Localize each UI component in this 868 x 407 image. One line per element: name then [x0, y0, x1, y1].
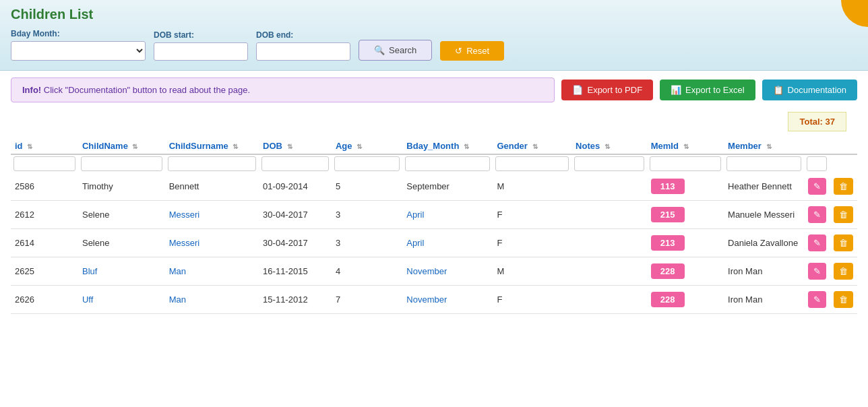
- cell-gender: M: [493, 173, 571, 201]
- cell-member: Iron Man: [724, 286, 804, 314]
- info-bar: Info! Click "Documentation" button to re…: [11, 77, 555, 102]
- filter-cell-surname: [165, 154, 259, 173]
- delete-button[interactable]: 🗑: [834, 291, 853, 308]
- children-table: id ⇅ ChildName ⇅ ChildSurname ⇅ DOB ⇅ Ag…: [11, 135, 857, 314]
- edit-button[interactable]: ✎: [808, 263, 826, 280]
- sort-icon-dob: ⇅: [287, 143, 292, 150]
- col-bday-month[interactable]: Bday_Month ⇅: [402, 135, 493, 154]
- cell-bday-month[interactable]: April: [402, 201, 493, 229]
- table-row: 2625 Bluf Man 16-11-2015 4 November M 22…: [11, 257, 857, 286]
- bday-month-select[interactable]: January February March April May June Ju…: [11, 41, 146, 61]
- cell-dob: 01-09-2014: [259, 173, 332, 201]
- sort-icon-member: ⇅: [766, 143, 772, 150]
- cell-mem-id: 113: [647, 173, 724, 201]
- col-member[interactable]: Member ⇅: [724, 135, 804, 154]
- filter-input-notes[interactable]: [574, 156, 644, 171]
- filter-input-age[interactable]: [334, 156, 400, 171]
- cell-child-surname[interactable]: Man: [165, 257, 259, 286]
- filter-cell-dob: [259, 154, 332, 173]
- cell-notes: [571, 201, 647, 229]
- column-filter-row: [11, 154, 857, 173]
- total-box: Total: 37: [788, 112, 846, 131]
- filter-input-mem-id[interactable]: [650, 156, 721, 171]
- delete-button[interactable]: 🗑: [834, 234, 853, 251]
- reset-icon: ↺: [455, 46, 462, 56]
- filter-input-actions[interactable]: [807, 156, 827, 171]
- cell-dob: 30-04-2017: [259, 229, 332, 257]
- cell-mem-id: 228: [647, 257, 724, 286]
- sort-icon-memid: ⇅: [683, 143, 689, 150]
- cell-child-name[interactable]: Bluf: [78, 257, 165, 286]
- bday-month-label: Bday Month:: [11, 29, 146, 38]
- cell-gender: M: [493, 257, 571, 286]
- cell-child-name[interactable]: Uff: [78, 286, 165, 314]
- col-child-surname[interactable]: ChildSurname ⇅: [165, 135, 259, 154]
- search-icon: 🔍: [374, 45, 385, 55]
- sort-icon-gender: ⇅: [532, 143, 538, 150]
- cell-id: 2625: [11, 257, 78, 286]
- cell-bday-month[interactable]: November: [402, 257, 493, 286]
- reset-button[interactable]: ↺ Reset: [440, 41, 504, 61]
- filter-cell-notes: [571, 154, 647, 173]
- sort-icon-childsurname: ⇅: [232, 143, 238, 150]
- dob-start-label: DOB start:: [154, 30, 248, 40]
- export-excel-button[interactable]: 📊 Export to Excel: [660, 80, 755, 100]
- filter-input-dob[interactable]: [261, 156, 329, 171]
- table-body: 2586 Timothy Bennett 01-09-2014 5 Septem…: [11, 173, 857, 314]
- col-age[interactable]: Age ⇅: [332, 135, 402, 154]
- cell-gender: F: [493, 229, 571, 257]
- table-wrapper: id ⇅ ChildName ⇅ ChildSurname ⇅ DOB ⇅ Ag…: [0, 135, 868, 325]
- filter-cell-member: [724, 154, 804, 173]
- export-pdf-label: Export to PDF: [587, 85, 642, 95]
- col-gender[interactable]: Gender ⇅: [493, 135, 571, 154]
- cell-child-surname[interactable]: Messeri: [165, 229, 259, 257]
- cell-dob: 16-11-2015: [259, 257, 332, 286]
- export-pdf-button[interactable]: 📄 Export to PDF: [561, 80, 653, 100]
- edit-button[interactable]: ✎: [808, 291, 826, 308]
- col-id[interactable]: id ⇅: [11, 135, 78, 154]
- dob-end-input[interactable]: [256, 42, 350, 61]
- filter-input-bday-month[interactable]: [405, 156, 490, 171]
- filter-input-gender[interactable]: [495, 156, 569, 171]
- pdf-icon: 📄: [572, 85, 583, 95]
- filter-input-surname[interactable]: [168, 156, 256, 171]
- filter-input-member[interactable]: [726, 156, 801, 171]
- memid-badge: 228: [651, 263, 685, 279]
- cell-gender: F: [493, 286, 571, 314]
- cell-age: 3: [332, 229, 402, 257]
- edit-button[interactable]: ✎: [808, 234, 826, 251]
- table-row: 2614 Selene Messeri 30-04-2017 3 April F…: [11, 229, 857, 257]
- edit-button[interactable]: ✎: [808, 206, 826, 223]
- search-button[interactable]: 🔍 Search: [359, 40, 432, 61]
- col-notes[interactable]: Notes ⇅: [571, 135, 647, 154]
- cell-bday-month[interactable]: April: [402, 229, 493, 257]
- delete-button[interactable]: 🗑: [834, 263, 853, 280]
- delete-button[interactable]: 🗑: [834, 178, 853, 195]
- cell-notes: [571, 257, 647, 286]
- memid-badge: 215: [651, 207, 685, 222]
- cell-age: 5: [332, 173, 402, 201]
- cell-bday-month[interactable]: November: [402, 286, 493, 314]
- delete-button[interactable]: 🗑: [834, 206, 853, 223]
- actions-row: Info! Click "Documentation" button to re…: [0, 71, 868, 105]
- cell-member: Manuele Messeri: [724, 201, 804, 229]
- cell-child-surname[interactable]: Messeri: [165, 201, 259, 229]
- col-mem-id[interactable]: MemId ⇅: [647, 135, 724, 154]
- col-child-name[interactable]: ChildName ⇅: [78, 135, 165, 154]
- cell-child-surname[interactable]: Man: [165, 286, 259, 314]
- edit-button[interactable]: ✎: [808, 178, 826, 195]
- info-prefix: Info!: [22, 85, 41, 95]
- cell-age: 3: [332, 201, 402, 229]
- filter-input-name[interactable]: [81, 156, 162, 171]
- cell-dob: 30-04-2017: [259, 201, 332, 229]
- total-value: 37: [826, 117, 835, 127]
- documentation-label: Documentation: [788, 85, 846, 95]
- total-label: Total:: [799, 117, 822, 127]
- dob-start-input[interactable]: [154, 42, 248, 61]
- documentation-button[interactable]: 📋 Documentation: [762, 80, 857, 100]
- cell-id: 2626: [11, 286, 78, 314]
- dob-end-label: DOB end:: [256, 30, 350, 40]
- col-dob[interactable]: DOB ⇅: [259, 135, 332, 154]
- cell-child-name: Selene: [78, 229, 165, 257]
- filter-input-id[interactable]: [13, 156, 75, 171]
